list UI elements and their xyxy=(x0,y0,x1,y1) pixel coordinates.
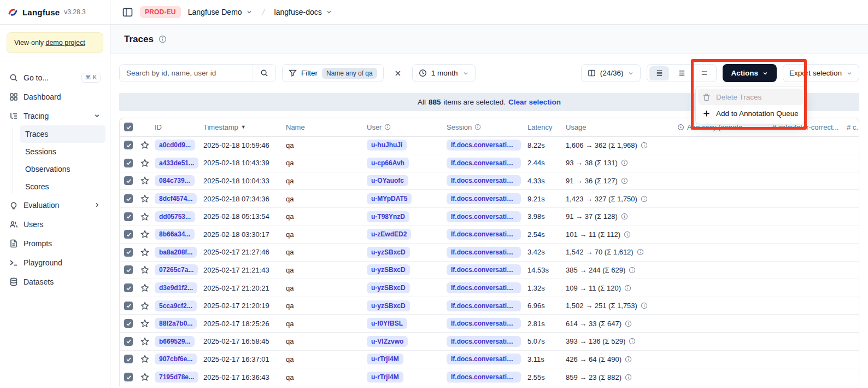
row-checkbox[interactable] xyxy=(124,355,133,363)
column-header-extra[interactable]: # c... xyxy=(843,118,859,136)
export-selection-button[interactable]: Export selection xyxy=(783,64,859,82)
row-height-large-button[interactable] xyxy=(694,66,714,80)
favorite-star-icon[interactable] xyxy=(140,141,149,149)
sidebar-item-datasets[interactable]: Datasets xyxy=(4,272,105,291)
session-badge[interactable]: lf.docs.conversation... xyxy=(447,336,521,347)
clear-filter-button[interactable] xyxy=(390,65,406,82)
info-icon[interactable] xyxy=(641,142,648,149)
favorite-star-icon[interactable] xyxy=(140,194,149,203)
session-badge[interactable]: lf.docs.conversation... xyxy=(447,229,521,240)
trace-id-badge[interactable]: a433de51... xyxy=(155,158,198,169)
row-checkbox[interactable] xyxy=(124,248,133,257)
row-checkbox[interactable] xyxy=(124,373,133,381)
favorite-star-icon[interactable] xyxy=(140,302,149,310)
user-badge[interactable]: u-MYpDAT5 xyxy=(367,193,412,204)
columns-button[interactable]: (24/36) xyxy=(581,64,641,82)
user-badge[interactable]: u-OYauofc xyxy=(367,175,408,186)
select-all-checkbox[interactable] xyxy=(124,123,133,131)
session-badge[interactable]: lf.docs.conversation... xyxy=(447,318,521,329)
sidebar-item-dashboard[interactable]: Dashboard xyxy=(4,87,105,106)
session-badge[interactable]: lf.docs.conversation... xyxy=(447,264,521,275)
info-icon[interactable] xyxy=(641,302,648,309)
user-badge[interactable]: u-VIZzvwo xyxy=(367,336,408,347)
user-badge[interactable]: u-rTrjl4M xyxy=(367,372,403,383)
session-badge[interactable]: lf.docs.conversation... xyxy=(447,158,521,169)
trace-id-badge[interactable]: dd05753... xyxy=(155,211,195,222)
user-badge[interactable]: u-cp66Avh xyxy=(367,158,409,169)
clear-selection-link[interactable]: Clear selection xyxy=(508,98,561,106)
sidebar-item-observations[interactable]: Observations xyxy=(20,160,105,178)
info-icon[interactable] xyxy=(621,177,628,184)
user-badge[interactable]: u-rTrjl4M xyxy=(367,354,403,364)
trace-id-badge[interactable]: 084c739... xyxy=(155,175,195,186)
row-checkbox[interactable] xyxy=(124,212,133,221)
info-icon[interactable] xyxy=(624,231,631,238)
row-height-medium-button[interactable] xyxy=(672,66,691,80)
info-icon[interactable] xyxy=(159,35,167,43)
favorite-star-icon[interactable] xyxy=(140,319,149,328)
info-icon[interactable] xyxy=(624,285,631,292)
favorite-star-icon[interactable] xyxy=(140,212,149,221)
org-switcher[interactable]: Langfuse Demo xyxy=(188,8,253,16)
info-icon[interactable] xyxy=(625,320,632,327)
user-badge[interactable]: u-huJhuJi xyxy=(367,140,407,150)
favorite-star-icon[interactable] xyxy=(140,337,149,346)
trace-id-badge[interactable]: 88f2a7b0... xyxy=(155,318,197,329)
row-checkbox[interactable] xyxy=(124,337,133,346)
row-checkbox[interactable] xyxy=(124,230,133,239)
trace-id-badge[interactable]: 7195d78e... xyxy=(155,372,198,383)
column-header-session[interactable]: Session xyxy=(443,118,524,136)
row-checkbox[interactable] xyxy=(124,302,133,310)
session-badge[interactable]: lf.docs.conversation... xyxy=(447,300,521,311)
trace-id-badge[interactable]: d3e9d1f2... xyxy=(155,282,197,293)
trace-id-badge[interactable]: 8dcf4574... xyxy=(155,193,197,204)
user-badge[interactable]: u-yzSBxcD xyxy=(367,264,410,275)
favorite-star-icon[interactable] xyxy=(140,248,149,257)
panel-toggle-icon[interactable] xyxy=(122,7,133,18)
row-checkbox[interactable] xyxy=(124,194,133,203)
user-badge[interactable]: u-f0YfBSL xyxy=(367,318,407,329)
user-badge[interactable]: u-yzSBxcD xyxy=(367,300,410,311)
row-checkbox[interactable] xyxy=(124,319,133,328)
info-icon[interactable] xyxy=(621,213,628,220)
demo-project-link[interactable]: demo project xyxy=(45,39,85,47)
time-range-button[interactable]: 1 month xyxy=(412,64,476,82)
user-badge[interactable]: u-T98YnzD xyxy=(367,211,409,222)
favorite-star-icon[interactable] xyxy=(140,265,149,274)
row-checkbox[interactable] xyxy=(124,176,133,185)
favorite-star-icon[interactable] xyxy=(140,176,149,185)
session-badge[interactable]: lf.docs.conversation... xyxy=(447,175,521,186)
column-header-latency[interactable]: Latency xyxy=(524,118,562,136)
session-badge[interactable]: lf.docs.conversation... xyxy=(447,211,521,222)
filter-button[interactable]: Filter Name any of qa xyxy=(282,64,384,82)
info-icon[interactable] xyxy=(621,159,628,166)
search-submit-button[interactable] xyxy=(253,65,275,82)
sidebar-item-goto[interactable]: Go to... ⌘ K xyxy=(4,68,105,87)
row-checkbox[interactable] xyxy=(124,159,133,167)
session-badge[interactable]: lf.docs.conversation... xyxy=(447,247,521,258)
favorite-star-icon[interactable] xyxy=(140,283,149,292)
trace-id-badge[interactable]: 07265c7a... xyxy=(155,264,198,275)
session-badge[interactable]: lf.docs.conversation... xyxy=(447,372,521,383)
sidebar-item-prompts[interactable]: Prompts xyxy=(4,234,105,253)
menu-item-delete-traces[interactable]: Delete Traces xyxy=(698,89,803,105)
favorite-star-icon[interactable] xyxy=(140,373,149,381)
session-badge[interactable]: lf.docs.conversation... xyxy=(447,354,521,364)
session-badge[interactable]: lf.docs.conversation... xyxy=(447,193,521,204)
column-header-id[interactable]: ID xyxy=(151,118,200,136)
favorite-star-icon[interactable] xyxy=(140,159,149,167)
trace-id-badge[interactable]: 907cbf6e... xyxy=(155,354,197,364)
column-header-usage[interactable]: Usage xyxy=(562,118,674,136)
sidebar-item-scores[interactable]: Scores xyxy=(20,178,105,195)
trace-id-badge[interactable]: ba8a208f... xyxy=(155,247,197,258)
user-badge[interactable]: u-zEwdED2 xyxy=(367,229,411,240)
sidebar-item-traces[interactable]: Traces xyxy=(20,125,105,143)
column-header-timestamp[interactable]: Timestamp▼ xyxy=(200,118,283,136)
trace-id-badge[interactable]: a0cd0d9... xyxy=(155,140,195,150)
user-badge[interactable]: u-yzSBxcD xyxy=(367,282,410,293)
trace-id-badge[interactable]: 5cca9cf2... xyxy=(155,300,197,311)
column-header-name[interactable]: Name xyxy=(283,118,363,136)
sidebar-item-tracing[interactable]: Tracing xyxy=(4,106,105,125)
user-badge[interactable]: u-yzSBxcD xyxy=(367,247,410,258)
sidebar-item-sessions[interactable]: Sessions xyxy=(20,143,105,160)
